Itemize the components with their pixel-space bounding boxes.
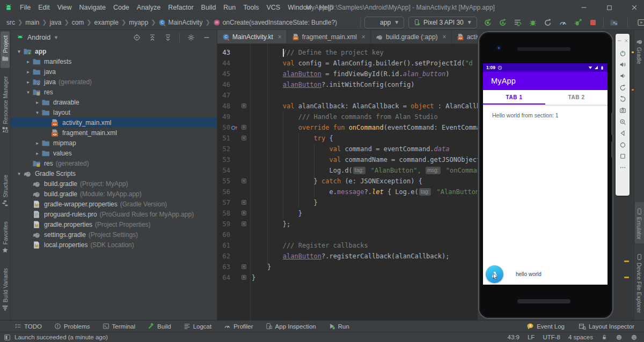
maximize-button[interactable]	[598, 0, 620, 15]
breadcrumb-item[interactable]: com	[71, 19, 85, 26]
code-line-52[interactable]: val command = eventCommand.data	[252, 144, 449, 154]
emulator-volume-down-icon[interactable]	[619, 72, 626, 79]
tool-stripe-gradle[interactable]: Gradle	[635, 32, 644, 68]
emulator-zoom-icon[interactable]	[619, 118, 626, 125]
code-line-46[interactable]: alanButton?.initWithConfig(config)	[252, 79, 414, 90]
menu-view[interactable]: View	[54, 2, 76, 13]
emulator-volume-up-icon[interactable]	[619, 61, 626, 68]
build-project-button[interactable]	[343, 16, 356, 29]
profile-restart-button[interactable]	[572, 16, 584, 29]
tree-item-mipmap[interactable]: ▸mipmap	[11, 138, 217, 148]
breadcrumb-item[interactable]: monCreate(savedInstanceState: Bundle?)	[212, 19, 338, 26]
lock-icon[interactable]	[601, 334, 608, 340]
caret-position[interactable]: 43:9	[508, 334, 519, 340]
tree-item-proguard-rules-pro[interactable]: proguard-rules.pro(ProGuard Rules for My…	[11, 209, 217, 219]
emulator-more-icon[interactable]	[619, 164, 626, 171]
breadcrumb-item[interactable]: CMainActivity	[157, 19, 203, 26]
emulator-back-icon[interactable]	[619, 130, 626, 137]
tree-expand-arrow-icon[interactable]: ▸	[33, 151, 41, 156]
emulator-rotate-right-icon[interactable]	[619, 95, 626, 102]
tree-item-gradle-scripts[interactable]: ▾Gradle Scripts	[11, 168, 217, 179]
code-line-44[interactable]: val config = AlanConfig.builder().setPro…	[252, 58, 473, 69]
tree-expand-arrow-icon[interactable]: ▸	[24, 59, 32, 64]
close-button[interactable]	[624, 0, 644, 15]
code-line-61[interactable]: /// Register callbacks	[252, 240, 368, 251]
code-line-58[interactable]: }	[252, 208, 302, 219]
attach-debugger-button[interactable]	[541, 16, 554, 29]
breadcrumb-item[interactable]: main	[24, 19, 40, 26]
run-configuration-select[interactable]: app ▼	[364, 17, 404, 28]
profile-button[interactable]	[557, 16, 569, 29]
apply-changes-button[interactable]	[481, 16, 494, 29]
fold-marker-icon[interactable]: ∨	[241, 103, 246, 108]
phone-screen[interactable]: 1:09 MyApp TAB 1 TAB 2 Hel	[483, 63, 608, 285]
tab-close-icon[interactable]: ×	[362, 33, 365, 41]
tool-stripe-emulator[interactable]: Emulator	[635, 202, 644, 243]
tab-2[interactable]: TAB 2	[545, 90, 608, 105]
fold-marker-icon[interactable]: ∨	[241, 179, 246, 183]
code-line-54[interactable]: Log.d(tag: "AlanButton", msg: "onCommand…	[252, 165, 478, 176]
breadcrumb-item[interactable]: myapp	[128, 19, 149, 26]
breadcrumb-item[interactable]: src	[5, 19, 16, 26]
tree-item-java[interactable]: ▸java(generated)	[11, 77, 217, 87]
toolwindow-app-inspection[interactable]: App Inspection	[266, 323, 316, 330]
menu-navigate[interactable]: Navigate	[76, 2, 109, 13]
expand-all-button[interactable]	[148, 33, 157, 42]
editor-tab-mainactivity-kt[interactable]: CMainActivity.kt×	[217, 30, 287, 43]
tree-item-values[interactable]: ▸values	[11, 148, 217, 158]
toolwindow-event-log[interactable]: 4Event Log	[526, 323, 565, 330]
menu-edit[interactable]: Edit	[34, 2, 54, 13]
menu-run[interactable]: Run	[219, 2, 239, 13]
tool-stripe-project[interactable]: Project	[1, 32, 10, 68]
code-line-59[interactable]: };	[252, 219, 290, 229]
tree-collapse-arrow-icon[interactable]: ▾	[15, 49, 23, 54]
tree-collapse-arrow-icon[interactable]: ▾	[15, 171, 23, 176]
override-gutter-icon[interactable]	[231, 124, 238, 131]
emulator-home-icon[interactable]	[619, 142, 626, 148]
tree-collapse-arrow-icon[interactable]: ▾	[24, 90, 32, 95]
tree-item-java[interactable]: ▸java	[11, 66, 217, 77]
settings-button[interactable]	[186, 33, 196, 42]
line-ending[interactable]: LF	[528, 334, 535, 340]
frowny-icon[interactable]	[631, 334, 638, 341]
emulator-rotate-left-icon[interactable]	[619, 84, 626, 91]
toolwindow-profiler[interactable]: Profiler	[224, 323, 253, 330]
code-line-63[interactable]: }	[252, 262, 271, 272]
menu-file[interactable]: File	[16, 2, 34, 13]
fold-marker-icon[interactable]: ∨	[241, 125, 246, 130]
menu-tools[interactable]: Tools	[239, 2, 262, 13]
toolwindow-todo[interactable]: TODO	[14, 323, 42, 330]
tree-item-res[interactable]: ▾res	[11, 87, 217, 97]
code-line-55[interactable]: } catch (e: JSONException) {	[252, 176, 422, 187]
minimize-button[interactable]	[573, 0, 595, 15]
toolwindow-build[interactable]: Build	[148, 323, 171, 330]
menu-analyze[interactable]: Analyze	[133, 2, 164, 13]
code-line-64[interactable]: }	[252, 272, 255, 283]
tree-item-res[interactable]: res(generated)	[11, 158, 217, 168]
tree-item-build-gradle[interactable]: build.gradle(Project: MyApp)	[11, 179, 217, 189]
fold-marker-icon[interactable]: ∧	[241, 264, 246, 269]
locate-file-button[interactable]	[132, 33, 142, 42]
run-configurations-button[interactable]	[511, 16, 524, 29]
tool-stripe-structure[interactable]: Structure	[1, 171, 10, 213]
tool-stripe-resource-manager[interactable]: Resource Manager	[1, 72, 10, 139]
code-line-53[interactable]: val commandName = command.getJSONObject(…	[252, 154, 478, 165]
fold-marker-icon[interactable]: ∧	[241, 200, 246, 205]
tree-item-gradle-wrapper-properties[interactable]: gradle-wrapper.properties(Gradle Version…	[11, 199, 217, 209]
device-select[interactable]: Pixel 3 API 30 ▼	[408, 17, 477, 28]
toolwindow-problems[interactable]: Problems	[54, 323, 90, 330]
tree-expand-arrow-icon[interactable]: ▸	[33, 140, 41, 146]
tree-item-local-properties[interactable]: local.properties(SDK Location)	[11, 240, 217, 250]
stop-button[interactable]	[587, 16, 599, 29]
toolwindow-run[interactable]: Run	[328, 323, 349, 330]
toolwindow-logcat[interactable]: Logcat	[184, 323, 212, 330]
project-view-selector[interactable]: Android	[27, 34, 50, 41]
editor-tab-fragment-main-xml[interactable]: <>fragment_main.xml×	[287, 30, 371, 43]
editor-tab-activity-main-xml[interactable]: <>activity_main.xml×	[452, 30, 478, 43]
tree-item-layout[interactable]: ▾layout	[11, 107, 217, 117]
tree-item-manifests[interactable]: ▸manifests	[11, 56, 217, 66]
code-line-57[interactable]: }	[252, 197, 318, 208]
fold-marker-icon[interactable]: ∧	[241, 211, 246, 215]
tab-close-icon[interactable]: ×	[278, 33, 282, 41]
tree-expand-arrow-icon[interactable]: ▸	[24, 69, 32, 75]
